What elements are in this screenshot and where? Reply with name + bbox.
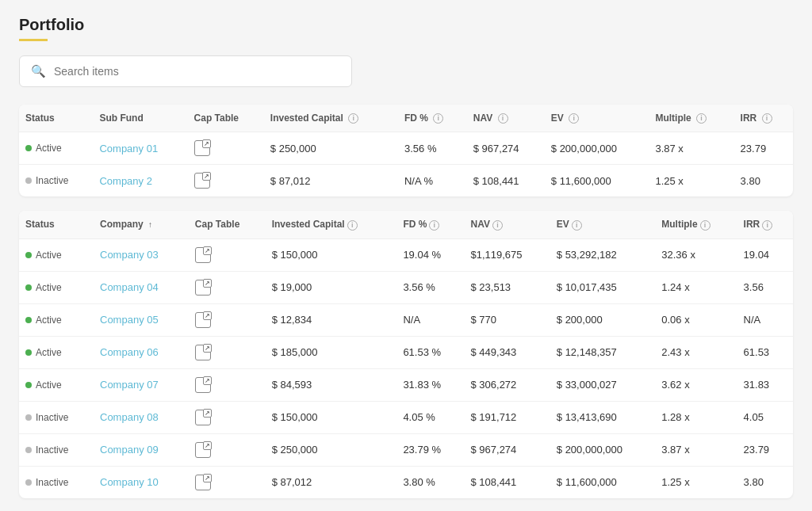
fd-cell: 3.56 %: [396, 271, 464, 303]
company-link[interactable]: Company 04: [100, 281, 159, 293]
col-status-2: Status: [19, 211, 94, 238]
cap-table-icon[interactable]: ︎↗: [195, 247, 211, 263]
fd-cell: 61.53 %: [396, 336, 464, 368]
fd-cell: 3.56 %: [398, 132, 467, 165]
cap-table-cell: ︎↗: [189, 271, 266, 303]
table-row: InactiveCompany 09︎↗$ 250,00023.79 %$ 96…: [19, 433, 793, 466]
nav-cell: $ 23,513: [464, 271, 550, 303]
ev-cell: $ 53,292,182: [550, 238, 655, 271]
ev-info-icon-2: i: [572, 220, 582, 231]
status-label: Active: [36, 315, 62, 326]
company-cell: Company 08: [94, 401, 189, 433]
company-cell: Company 06: [94, 336, 189, 368]
status-dot: [25, 382, 32, 388]
ev-cell: $ 33,000,027: [550, 368, 655, 401]
irr-cell: 3.80: [737, 466, 793, 498]
cap-table-icon[interactable]: ︎↗: [194, 140, 210, 156]
invested-cell: $ 150,000: [266, 401, 397, 433]
cap-table-icon[interactable]: ︎↗: [195, 410, 211, 425]
table-row: InactiveCompany 08︎↗$ 150,0004.05 %$ 191…: [19, 401, 793, 433]
nav-cell: $ 967,274: [467, 132, 545, 165]
table-row: InactiveCompany 10︎↗$ 87,0123.80 %$ 108,…: [19, 466, 793, 498]
status-dot: [25, 284, 32, 291]
company-link[interactable]: Company 2: [99, 175, 151, 187]
multiple-cell: 1.25 x: [649, 165, 733, 197]
multiple-cell: 2.43 x: [655, 336, 737, 368]
multiple-info-icon-2: i: [700, 220, 710, 231]
col-subfund: Sub Fund: [93, 105, 187, 132]
multiple-cell: 0.06 x: [655, 303, 737, 336]
company-link[interactable]: Company 03: [100, 249, 159, 261]
multiple-cell: 1.28 x: [655, 401, 737, 433]
irr-cell: 23.79: [737, 433, 793, 466]
company-link[interactable]: Company 09: [100, 444, 159, 456]
subfund-table: Status Sub Fund Cap Table Invested Capit…: [19, 105, 793, 196]
company-link[interactable]: Company 10: [100, 476, 159, 488]
subfund-section: Status Sub Fund Cap Table Invested Capit…: [19, 105, 793, 196]
fd-cell: N/A %: [398, 165, 467, 197]
table-row: ActiveCompany 03︎↗$ 150,00019.04 %$1,119…: [19, 238, 793, 271]
ev-cell: $ 200,000,000: [550, 433, 655, 466]
fd-info-icon-2: i: [429, 220, 439, 231]
fd-cell: N/A: [396, 303, 464, 336]
col-ev-1: EV i: [545, 105, 649, 132]
nav-info-icon-1: i: [498, 113, 508, 124]
cap-table-cell: ︎↗: [189, 336, 266, 368]
cap-table-cell: ︎↗: [189, 303, 266, 336]
invested-cell: $ 87,012: [266, 466, 397, 498]
cap-table-icon[interactable]: ︎↗: [195, 377, 211, 393]
invested-cell: $ 250,000: [266, 433, 397, 466]
irr-cell: N/A: [737, 303, 793, 336]
invested-cell: $ 185,000: [266, 336, 397, 368]
company-link[interactable]: Company 08: [100, 411, 159, 423]
company-cell: Company 2: [93, 165, 187, 197]
company-cell: Company 07: [94, 368, 189, 401]
cap-table-icon[interactable]: ︎↗: [195, 280, 211, 296]
page: Portfolio 🔍 Status Sub Fund Cap Table In…: [0, 0, 812, 511]
ev-info-icon-1: i: [569, 113, 579, 124]
multiple-cell: 32.36 x: [655, 238, 737, 271]
multiple-cell: 3.87 x: [655, 433, 737, 466]
table-row: InactiveCompany 2︎↗$ 87,012N/A %$ 108,44…: [19, 165, 793, 197]
search-input[interactable]: [54, 65, 340, 78]
nav-cell: $ 108,441: [467, 165, 545, 197]
col-nav-2: NAVi: [464, 211, 550, 238]
cap-table-icon[interactable]: ︎↗: [195, 345, 211, 360]
irr-cell: 61.53: [737, 336, 793, 368]
col-invested-1: Invested Capital i: [264, 105, 398, 132]
cap-table-icon[interactable]: ︎↗: [195, 442, 211, 458]
col-multiple-2: Multiplei: [655, 211, 737, 238]
cap-table-icon[interactable]: ︎↗: [194, 173, 210, 189]
table-row: ActiveCompany 07︎↗$ 84,59331.83 %$ 306,2…: [19, 368, 793, 401]
status-cell: Active: [19, 132, 93, 165]
cap-table-cell: ︎↗: [189, 401, 266, 433]
col-company[interactable]: Company ↑: [94, 211, 189, 238]
invested-cell: $ 250,000: [264, 132, 398, 165]
company-link[interactable]: Company 01: [99, 143, 158, 154]
col-ev-2: EVi: [550, 211, 655, 238]
company-link[interactable]: Company 05: [100, 314, 159, 326]
irr-cell: 31.83: [737, 368, 793, 401]
status-dot: [25, 447, 32, 453]
status-label: Inactive: [36, 444, 68, 456]
fd-cell: 19.04 %: [396, 238, 464, 271]
company-link[interactable]: Company 06: [100, 346, 159, 358]
table-row: ActiveCompany 05︎↗$ 12,834N/A$ 770$ 200,…: [19, 303, 793, 336]
multiple-info-icon-1: i: [696, 113, 707, 124]
status-cell: Inactive: [19, 466, 94, 498]
company-cell: Company 01: [93, 132, 187, 165]
nav-cell: $ 770: [464, 303, 550, 336]
search-box: 🔍: [19, 55, 352, 87]
invested-info-icon-2: i: [347, 220, 358, 231]
status-label: Active: [36, 250, 62, 261]
cap-table-icon[interactable]: ︎↗: [195, 312, 211, 328]
company-link[interactable]: Company 07: [100, 379, 159, 391]
status-label: Inactive: [36, 412, 68, 423]
cap-table-icon[interactable]: ︎↗: [195, 475, 211, 490]
fd-cell: 23.79 %: [396, 433, 464, 466]
status-cell: Active: [19, 368, 94, 401]
irr-info-icon-2: i: [762, 220, 772, 231]
status-dot: [25, 177, 32, 184]
cap-table-cell: ︎↗: [189, 466, 266, 498]
irr-cell: 19.04: [737, 238, 793, 271]
